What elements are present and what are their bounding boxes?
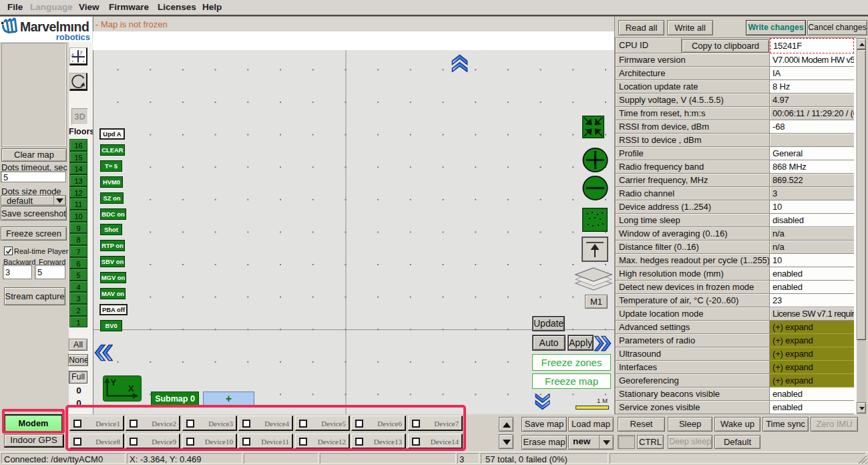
svg-text:X: X [128, 383, 134, 394]
svg-text:x: x [71, 51, 74, 57]
svg-text:y: y [79, 49, 83, 55]
svg-text:Y: Y [111, 377, 117, 388]
